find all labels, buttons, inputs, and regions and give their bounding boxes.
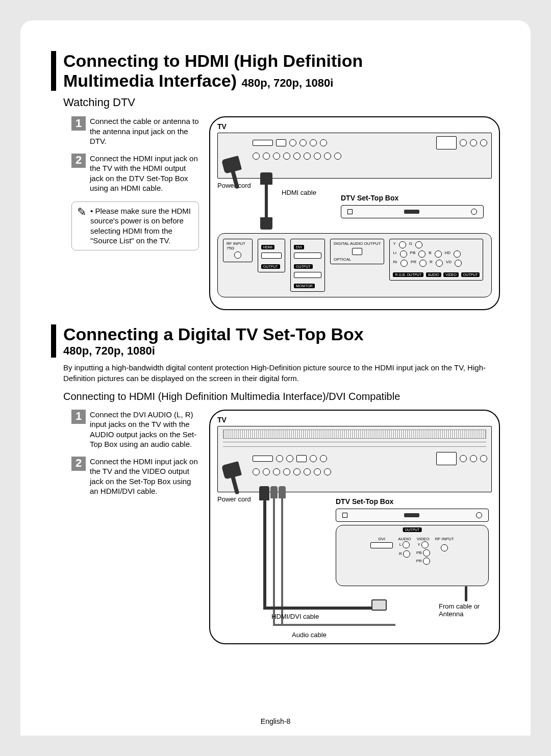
- port-icon: [324, 153, 331, 160]
- step-number-1: 1: [71, 116, 86, 131]
- port-icon: [263, 153, 270, 160]
- stb-dvi-group: DVI OUTPUT MONITOR: [290, 239, 325, 292]
- section2-intro: By inputting a high-bandwidth digital co…: [63, 363, 500, 384]
- diagram1-tv-panel: [217, 133, 492, 179]
- port-icon: [253, 153, 260, 160]
- section2-title: Connecting a Digital TV Set-Top Box: [63, 324, 500, 344]
- lr-label: Lr: [393, 250, 396, 258]
- coax-port-icon: [441, 544, 448, 551]
- rca-port-icon: [423, 549, 430, 557]
- rca-port-icon: [400, 260, 408, 267]
- port-icon: [283, 468, 290, 475]
- rca-port-icon: [421, 541, 429, 548]
- b-label: B: [429, 250, 431, 258]
- rr-label: Rr: [393, 260, 397, 267]
- port-icon: [480, 455, 487, 462]
- section1-step2-text: Connect the HDMI input jack on the TV wi…: [90, 154, 199, 193]
- rca-plug-icon: [279, 486, 286, 498]
- port-icon: [289, 139, 296, 146]
- hdmi-port-icon: [261, 253, 282, 259]
- output-label: OUTPUT: [261, 264, 280, 269]
- rca-port-icon: [455, 260, 462, 267]
- port-icon: [334, 153, 341, 160]
- rca-port-icon: [454, 250, 461, 258]
- rca-port-icon: [419, 260, 427, 267]
- step-number-2: 2: [71, 457, 86, 471]
- section1-steps: 1 Connect the cable or antenna to the an…: [71, 116, 199, 310]
- section2-steps: 1 Connect the DVI AUDIO (L, R) input jac…: [71, 410, 199, 644]
- section2-title-block: Connecting a Digital TV Set-Top Box 480p…: [51, 324, 500, 358]
- port-icon: [253, 468, 260, 475]
- section1-note-text: • Please make sure the HDMI source's pow…: [90, 206, 193, 246]
- port-icon: [310, 139, 317, 146]
- diagram1-stb-label: DTV Set-Top Box: [341, 194, 484, 202]
- diagram1-hdmi-cable-label: HDMI cable: [282, 189, 316, 196]
- page-footer: English-8: [20, 717, 531, 725]
- rf-input-label: RF INPUT 75Ω: [227, 241, 249, 250]
- cablecard-slot-icon: [436, 452, 457, 465]
- cablecard-slot-icon: [436, 136, 457, 149]
- hdmi-plug-icon: [259, 486, 269, 500]
- dvi-port-icon: [370, 542, 393, 548]
- port-icon: [276, 139, 286, 146]
- antenna-cable-icon: [465, 586, 467, 601]
- dvi-connector-icon: [371, 599, 387, 611]
- hd-label: HD: [445, 250, 451, 258]
- pb-label: PB: [410, 250, 416, 258]
- hdmi-port-icon: [253, 456, 273, 462]
- speaker-grill-icon: [223, 430, 486, 439]
- pencil-icon: ✎: [77, 205, 86, 246]
- g-label: G: [409, 241, 412, 248]
- port-icon: [470, 139, 477, 146]
- rca-port-icon: [403, 541, 410, 548]
- port-icon: [480, 139, 487, 146]
- manual-page: Connecting to HDMI (High Definition Mult…: [20, 20, 531, 736]
- hdmi-plug-icon: [260, 172, 272, 185]
- digital-audio-label: DIGITAL AUDIO OUTPUT: [334, 241, 381, 246]
- pr-label: PR: [416, 559, 422, 563]
- port-icon: [314, 468, 321, 475]
- cable-line-icon: [263, 607, 375, 610]
- output-label: OUTPUT: [294, 264, 313, 269]
- section2-step1-text: Connect the DVI AUDIO (L, R) input jacks…: [90, 410, 199, 449]
- monitor-label: MONITOR: [294, 284, 315, 288]
- diagram2-hdmi-dvi-label: HDMI/DVI cable: [271, 613, 319, 620]
- pr-label: PR: [411, 260, 416, 267]
- section2: Connecting a Digital TV Set-Top Box 480p…: [51, 324, 500, 644]
- stb-component-group: Y G Lr PB B HD Rr PR R: [389, 239, 483, 281]
- section2-subheading: Connecting to HDMI (High Definition Mult…: [63, 391, 500, 402]
- audio-cable-icon: [281, 497, 283, 625]
- section1-title-line2-text: Multimedia Interface): [63, 71, 237, 90]
- hdmi-plug-icon: [260, 217, 272, 230]
- audio-cable-icon: [273, 497, 275, 625]
- port-icon: [320, 455, 327, 462]
- diagram2-tv-label: TV: [217, 416, 492, 424]
- rca-port-icon: [399, 241, 406, 248]
- rca-port-icon: [436, 260, 443, 267]
- diagram2-from-cable-label: From cable or Antenna: [439, 602, 485, 618]
- pb-label: PB: [416, 550, 422, 555]
- optical-port-icon: [352, 248, 362, 255]
- l-label: L: [399, 542, 402, 547]
- rf-input-label: RF INPUT: [435, 537, 454, 541]
- section1-note: ✎ • Please make sure the HDMI source's p…: [71, 201, 199, 250]
- port-icon: [324, 468, 331, 475]
- video-label: VIDEO: [416, 537, 430, 541]
- diagram2-stb-label: DTV Set-Top Box: [336, 497, 489, 506]
- output-label: OUTPUT: [403, 527, 422, 532]
- section1-diagram: TV: [209, 116, 500, 310]
- step-number-1: 1: [71, 410, 86, 424]
- y-label: Y: [418, 542, 420, 547]
- rca-port-icon: [423, 558, 430, 565]
- port-icon: [470, 455, 477, 462]
- port-icon: [273, 468, 280, 475]
- port-icon: [314, 153, 321, 160]
- section1-step2: 2 Connect the HDMI input jack on the TV …: [71, 154, 199, 193]
- section2-diagram: TV: [209, 410, 500, 644]
- diagram1-powercord-label: Power cord: [217, 182, 492, 189]
- dvi-label: DVI: [370, 537, 393, 541]
- section2-resolutions: 480p, 720p, 1080i: [63, 344, 500, 358]
- port-icon: [263, 468, 270, 475]
- r-label: R: [399, 551, 402, 556]
- hdmi-label: HDMI: [261, 245, 274, 249]
